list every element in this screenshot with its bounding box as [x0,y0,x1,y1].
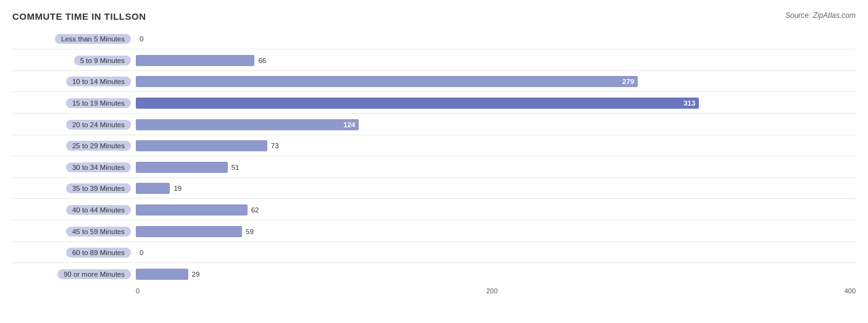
bar-value: 0 [140,35,143,43]
bar-label: 5 to 9 Minutes [12,56,136,65]
bar-value: 29 [192,271,200,278]
chart-header: COMMUTE TIME IN TILLSON Source: ZipAtlas… [12,11,856,22]
bar-track: 51 [136,161,856,174]
bar-value: 66 [258,57,266,64]
bar-fill [136,226,242,237]
bar-label-pill: 5 to 9 Minutes [74,56,131,65]
bar-label: 35 to 39 Minutes [12,183,136,193]
bar-fill [136,162,228,173]
bar-fill [136,55,254,66]
bar-track: 313 [136,96,856,110]
bar-label: 60 to 89 Minutes [12,248,136,258]
bar-label: 45 to 59 Minutes [12,227,136,237]
bar-track: 0 [136,246,856,259]
x-axis: 0200400 [136,285,856,295]
bar-fill [136,183,170,194]
x-tick: 0 [136,287,140,295]
bar-value: 62 [251,206,259,214]
bar-fill: 124 [136,119,359,130]
bar-label: 20 to 24 Minutes [12,120,136,130]
bar-label: 90 or more Minutes [12,269,136,279]
bar-label-pill: 45 to 59 Minutes [66,227,131,237]
bar-row: 10 to 14 Minutes279 [12,72,856,92]
bar-fill: 313 [136,98,699,109]
bar-fill [136,269,188,280]
bar-track: 124 [136,118,856,132]
bar-label: 25 to 29 Minutes [12,141,136,151]
bar-fill [136,140,267,151]
bar-track: 279 [136,75,856,88]
bar-row: 30 to 34 Minutes51 [12,157,856,178]
bar-row: 60 to 89 Minutes0 [12,243,856,263]
x-tick: 400 [845,287,856,295]
bar-label: 40 to 44 Minutes [12,205,136,215]
bar-label-pill: 15 to 19 Minutes [66,98,131,108]
bar-track: 59 [136,225,856,238]
bar-value: 313 [683,99,695,107]
bar-label-pill: 30 to 34 Minutes [66,162,131,172]
bar-row: 40 to 44 Minutes62 [12,200,856,220]
bar-row: 25 to 29 Minutes73 [12,136,856,156]
bar-label-pill: 20 to 24 Minutes [66,120,131,130]
bar-label-pill: 60 to 89 Minutes [66,248,131,258]
bar-label-pill: 40 to 44 Minutes [66,205,131,215]
bar-track: 73 [136,139,856,153]
bar-row: 15 to 19 Minutes313 [12,93,856,114]
chart-source: Source: ZipAtlas.com [785,11,856,20]
bar-track: 66 [136,54,856,67]
chart-container: COMMUTE TIME IN TILLSON Source: ZipAtlas… [0,0,868,323]
bar-track: 62 [136,203,856,217]
bar-label: 10 to 14 Minutes [12,77,136,86]
bar-label-pill: 25 to 29 Minutes [66,141,131,151]
bar-row: 5 to 9 Minutes66 [12,51,856,71]
bar-row: 90 or more Minutes29 [12,264,856,285]
bar-value: 73 [271,142,279,149]
chart-title: COMMUTE TIME IN TILLSON [12,11,146,22]
x-tick: 200 [486,287,498,295]
bar-track: 0 [136,32,856,46]
bar-track: 29 [136,267,856,281]
bar-row: 45 to 59 Minutes59 [12,222,856,242]
bar-fill: 279 [136,76,638,87]
bar-value: 19 [173,185,182,192]
bar-track: 19 [136,182,856,195]
bar-label: 15 to 19 Minutes [12,98,136,108]
bar-value: 124 [343,121,355,128]
chart-body: Less than 5 Minutes05 to 9 Minutes6610 t… [12,29,856,295]
bar-label: Less than 5 Minutes [12,34,136,44]
bar-row: 20 to 24 Minutes124 [12,115,856,135]
bar-fill [136,204,248,216]
bar-label-pill: 10 to 14 Minutes [66,77,131,86]
bar-value: 279 [622,78,634,85]
bar-label-pill: Less than 5 Minutes [55,34,131,44]
bar-value: 0 [140,249,143,256]
bar-label-pill: 35 to 39 Minutes [66,183,131,193]
bar-value: 51 [232,164,240,171]
bar-row: 35 to 39 Minutes19 [12,178,856,199]
bar-value: 59 [246,228,254,235]
bar-label: 30 to 34 Minutes [12,162,136,172]
bars-area: Less than 5 Minutes05 to 9 Minutes6610 t… [12,29,856,285]
bar-label-pill: 90 or more Minutes [57,269,131,279]
bar-row: Less than 5 Minutes0 [12,29,856,49]
